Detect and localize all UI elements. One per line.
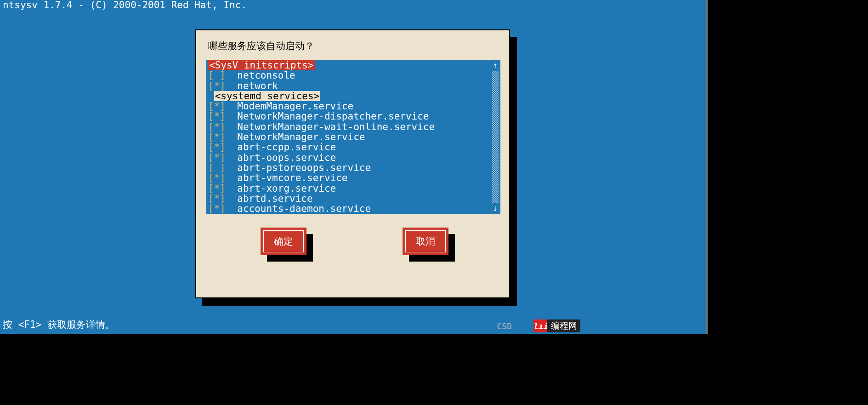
app-header: ntsysv 1.7.4 - (C) 2000-2001 Red Hat, In… [0,0,706,11]
ok-button[interactable]: 确定 [261,228,306,255]
service-name: abrt-ccpp.service [237,142,336,153]
service-item[interactable]: [*] NetworkManager-wait-online.service [208,122,499,132]
scrollbar-track[interactable] [492,71,499,203]
service-item[interactable]: [*] ModemManager.service [208,101,499,111]
service-item[interactable]: [*] abrt-xorg.service [208,183,499,194]
watermark-csdn: CSD [497,321,512,331]
service-item[interactable]: [*] NetworkManager.service [208,132,499,142]
group-systemd: <systemd services> [214,91,321,101]
service-item[interactable]: [*] network [208,81,499,91]
service-list[interactable]: <SysV initscripts> [ ] netconsole [*] ne… [206,60,500,214]
service-item[interactable]: [*] abrt-vmcore.service [208,173,499,183]
help-hint: 按 <F1> 获取服务详情。 [3,319,115,330]
service-item[interactable]: [*] NetworkManager-dispatcher.service [208,111,499,121]
service-name: abrt-xorg.service [237,183,336,194]
services-dialog: 哪些服务应该自动启动？ <SysV initscripts> [ ] netco… [195,29,510,298]
button-row: 确定 取消 [261,228,448,255]
watermark-badge-icon: lıi [533,319,547,332]
service-item[interactable]: [*] abrtd.service [208,194,499,204]
service-name: abrtd.service [237,193,312,204]
scroll-up-icon[interactable]: ↑ [493,60,498,70]
service-item[interactable]: [ ] netconsole [208,70,499,80]
service-name: abrt-pstoreoops.service [237,162,371,173]
dialog-title: 哪些服务应该自动启动？ [208,40,499,52]
service-list-inner: <SysV initscripts> [ ] netconsole [*] ne… [206,60,500,214]
service-item[interactable]: [*] abrt-oops.service [208,153,499,163]
service-name: ModemManager.service [237,101,353,112]
group-sysv: <SysV initscripts> [208,60,315,70]
cancel-button[interactable]: 取消 [403,228,448,255]
watermark-site: 编程网 [547,319,580,332]
service-name: NetworkManager.service [237,131,365,143]
service-item[interactable]: [*] abrt-ccpp.service [208,142,499,152]
terminal-screen: ntsysv 1.7.4 - (C) 2000-2001 Red Hat, In… [0,0,708,334]
service-name: netconsole [237,70,295,81]
service-item[interactable]: [*] accounts-daemon.service [208,204,499,214]
service-name: abrt-vmcore.service [237,172,347,183]
service-name: abrt-oops.service [237,152,336,163]
service-name: NetworkManager-wait-online.service [237,121,435,132]
service-item[interactable]: [ ] abrt-pstoreoops.service [208,163,499,173]
service-name: network [237,80,278,91]
service-name: NetworkManager-dispatcher.service [237,111,429,122]
scroll-down-icon[interactable]: ↓ [493,203,498,213]
service-name: accounts-daemon.service [237,203,371,214]
